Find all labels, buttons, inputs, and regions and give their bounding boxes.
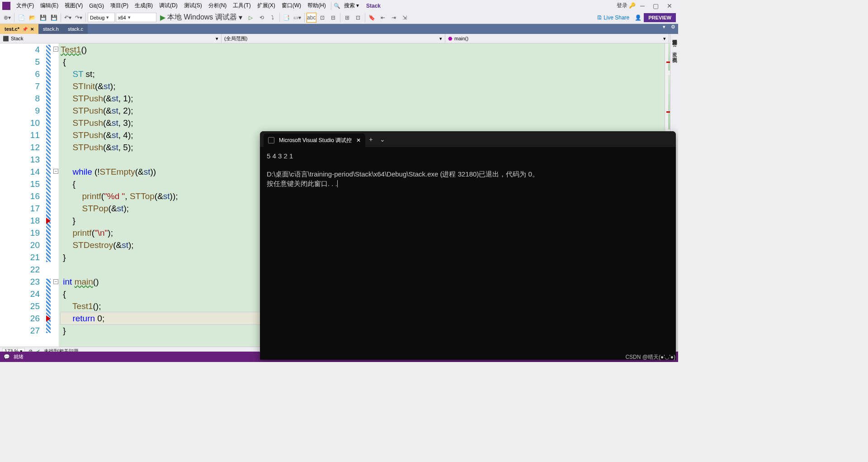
tab-menu-icon[interactable]: ⌄ [376,136,389,143]
close-icon[interactable]: ✕ [663,0,676,11]
fold-icon[interactable]: − [53,169,58,174]
tb-icon-5[interactable]: ⊟ [328,13,338,23]
toolbar: ⊕▾ 📄 📂 💾 💾 ↶▾ ↷▾ Debug x64 ▶本地 Windows 调… [0,11,678,24]
line-gutter: 45 67 89 1011 1213 1415 1617 1819 2021 2… [0,43,45,347]
maximize-icon[interactable]: ▢ [649,0,662,11]
menu-build[interactable]: 生成(B) [132,0,156,11]
tb-icon-2[interactable]: ▭▾ [292,13,302,23]
tab-test-c[interactable]: test.c*📌✕ [0,24,38,34]
tab-stack-c[interactable]: stack.c [63,24,88,34]
close-tab-icon[interactable]: ✕ [30,27,34,32]
scope-project[interactable]: ⬛Stack▾ [0,34,222,43]
nav-icon-3[interactable]: ⇲ [400,13,410,23]
save-all-icon[interactable]: 💾 [49,13,59,23]
menu-window[interactable]: 窗口(W) [279,0,304,11]
menu-test[interactable]: 测试(S) [181,0,205,11]
scope-global[interactable]: (全局范围)▾ [222,34,445,43]
fold-icon[interactable]: − [53,47,58,52]
console-output: 5 4 3 2 1 D:\桌面\c语言\training-period\Stac… [260,147,676,193]
breakpoint-arrow-icon[interactable] [46,315,51,322]
status-ready: 就绪 [14,353,24,360]
tb-icon-7[interactable]: ⊡ [353,13,363,23]
scope-function[interactable]: ⬣main()▾ [445,34,669,43]
new-file-icon[interactable]: 📄 [16,13,26,23]
save-icon[interactable]: 💾 [38,13,48,23]
tb-icon-6[interactable]: ⊞ [342,13,352,23]
tab-stack-h[interactable]: stack.h [38,24,63,34]
menu-file[interactable]: 文件(F) [14,0,37,11]
tb-icon-4[interactable]: ⊡ [317,13,327,23]
navigation-bar: ⬛Stack▾ (全局范围)▾ ⬣main()▾ ✚ [0,34,678,43]
console-tab[interactable]: Microsoft Visual Studio 调试控 ✕ [264,133,365,147]
menu-help[interactable]: 帮助(H) [305,0,329,11]
config-dropdown[interactable]: Debug [88,13,115,22]
feedback-icon[interactable]: 💬 [4,354,10,360]
step-icon[interactable]: ⤵ [268,13,278,23]
tab-dropdown-icon[interactable]: ▾ [660,24,668,34]
manage-icon[interactable]: 👤 [633,13,643,23]
redo-icon[interactable]: ↷▾ [74,13,84,23]
debug-console-window[interactable]: Microsoft Visual Studio 调试控 ✕ + ⌄ 5 4 3 … [260,131,676,360]
login-button[interactable]: 登录 🔑 [617,2,636,10]
undo-icon[interactable]: ↶▾ [63,13,73,23]
menu-git[interactable]: Git(G) [86,1,107,10]
nav-icon-2[interactable]: ⇥ [389,13,399,23]
tb-icon-3[interactable]: abc [307,13,316,23]
menu-view[interactable]: 视图(V) [62,0,85,11]
menu-search[interactable]: 搜索 ▾ [341,0,362,11]
menu-bar: 文件(F) 编辑(E) 视图(V) Git(G) 项目(P) 生成(B) 调试(… [0,0,678,11]
menu-project[interactable]: 项目(P) [108,0,131,11]
stop-icon[interactable]: ⟲ [257,13,267,23]
bookmark-icon[interactable]: 🔖 [367,13,377,23]
menu-tools[interactable]: 工具(T) [230,0,253,11]
nav-icon-1[interactable]: ⇤ [378,13,388,23]
search-icon: 🔍 [334,3,340,9]
terminal-icon [268,137,274,143]
new-tab-icon[interactable]: + [365,136,376,143]
menu-edit[interactable]: 编辑(E) [38,0,61,11]
console-titlebar[interactable]: Microsoft Visual Studio 调试控 ✕ + ⌄ [260,131,676,147]
nav-back-icon[interactable]: ⊕▾ [2,13,12,23]
tb-icon-1[interactable]: 📑 [282,13,292,23]
fold-icon[interactable]: − [53,279,58,284]
menu-debug[interactable]: 调试(D) [156,0,180,11]
menu-ext[interactable]: 扩展(X) [255,0,278,11]
minimize-icon[interactable]: ─ [637,0,648,11]
run-debugger-button[interactable]: ▶本地 Windows 调试器 ▾ [157,13,245,22]
platform-dropdown[interactable]: x64 [116,13,156,22]
document-tabs: test.c*📌✕ stack.h stack.c ▾ ⚙ [0,24,678,34]
run-nodebug-icon[interactable]: ▷ [246,13,256,23]
gear-icon[interactable]: ⚙ [668,24,678,34]
menu-analyze[interactable]: 分析(N) [206,0,230,11]
preview-badge[interactable]: PREVIEW [644,13,676,22]
breakpoint-arrow-icon[interactable] [46,218,51,224]
vs-logo [2,2,10,10]
close-console-tab-icon[interactable]: ✕ [356,137,361,143]
open-icon[interactable]: 📂 [27,13,37,23]
watermark: CSDN @晴天(●'◡'●) [625,353,675,361]
liveshare-button[interactable]: 🖻 Live Share [594,14,632,21]
project-name: Stack [366,3,381,9]
git-changes-tab[interactable]: Git 更改 [672,41,678,48]
marker-margin[interactable]: − − − [45,43,59,347]
pin-icon[interactable]: 📌 [22,27,28,32]
